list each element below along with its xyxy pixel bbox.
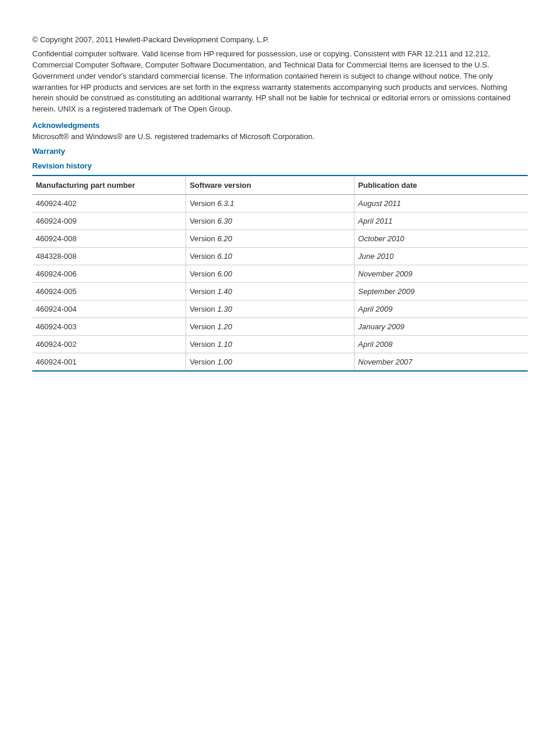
header-publication-date: Publication date	[355, 175, 528, 195]
version-number: 1.10	[217, 340, 232, 349]
cell-part-number: 484328-008	[32, 248, 186, 265]
cell-software-version: Version 1.30	[186, 301, 355, 318]
version-prefix: Version	[190, 287, 215, 296]
cell-part-number: 460924-009	[32, 212, 186, 230]
cell-software-version: Version 1.20	[186, 318, 355, 336]
cell-publication-date: January 2009	[355, 318, 528, 336]
cell-part-number: 460924-004	[32, 301, 186, 318]
version-number: 1.30	[217, 305, 232, 313]
cell-publication-date: April 2009	[355, 301, 528, 318]
table-header-row: Manufacturing part number Software versi…	[32, 175, 528, 195]
cell-software-version: Version 6.00	[186, 265, 355, 283]
version-number: 1.20	[217, 322, 232, 331]
version-prefix: Version	[190, 252, 215, 261]
table-row: 460924-009Version 6.30April 2011	[32, 212, 528, 230]
cell-publication-date: October 2010	[355, 230, 528, 248]
warranty-heading: Warranty	[32, 147, 528, 156]
table-row: 484328-008Version 6.10June 2010	[32, 248, 528, 265]
cell-software-version: Version 6.30	[186, 212, 355, 230]
header-part-number: Manufacturing part number	[32, 175, 186, 195]
table-row: 460924-006Version 6.00November 2009	[32, 265, 528, 283]
cell-part-number: 460924-008	[32, 230, 186, 248]
revision-history-heading: Revision history	[32, 161, 528, 170]
acknowledgments-heading: Acknowledgments	[32, 121, 528, 130]
cell-part-number: 460924-001	[32, 353, 186, 372]
cell-publication-date: June 2010	[355, 248, 528, 265]
cell-software-version: Version 1.10	[186, 336, 355, 353]
version-number: 6.00	[217, 269, 232, 278]
version-number: 6.20	[217, 234, 232, 243]
version-prefix: Version	[190, 269, 215, 278]
cell-part-number: 460924-002	[32, 336, 186, 353]
cell-part-number: 460924-005	[32, 283, 186, 301]
version-number: 6.3.1	[217, 199, 234, 208]
cell-publication-date: November 2009	[355, 265, 528, 283]
version-number: 1.40	[217, 287, 232, 296]
table-row: 460924-004Version 1.30April 2009	[32, 301, 528, 318]
table-row: 460924-005Version 1.40September 2009	[32, 283, 528, 301]
version-number: 6.30	[217, 217, 232, 225]
cell-software-version: Version 6.20	[186, 230, 355, 248]
copyright-notice: © Copyright 2007, 2011 Hewlett-Packard D…	[32, 35, 528, 44]
cell-software-version: Version 1.00	[186, 353, 355, 372]
version-prefix: Version	[190, 322, 215, 331]
table-row: 460924-002Version 1.10April 2008	[32, 336, 528, 353]
header-software-version: Software version	[186, 175, 355, 195]
revision-history-table: Manufacturing part number Software versi…	[32, 175, 528, 372]
cell-part-number: 460924-402	[32, 195, 186, 212]
version-prefix: Version	[190, 217, 215, 225]
table-row: 460924-003Version 1.20January 2009	[32, 318, 528, 336]
version-prefix: Version	[190, 340, 215, 349]
version-number: 1.00	[217, 357, 232, 366]
version-prefix: Version	[190, 305, 215, 313]
table-row: 460924-001Version 1.00November 2007	[32, 353, 528, 372]
version-prefix: Version	[190, 357, 215, 366]
cell-software-version: Version 6.10	[186, 248, 355, 265]
cell-publication-date: September 2009	[355, 283, 528, 301]
table-row: 460924-402Version 6.3.1August 2011	[32, 195, 528, 212]
legal-notice: Confidential computer software. Valid li…	[32, 49, 528, 115]
cell-software-version: Version 1.40	[186, 283, 355, 301]
cell-publication-date: April 2008	[355, 336, 528, 353]
cell-publication-date: April 2011	[355, 212, 528, 230]
cell-publication-date: August 2011	[355, 195, 528, 212]
version-prefix: Version	[190, 199, 215, 208]
cell-part-number: 460924-003	[32, 318, 186, 336]
cell-publication-date: November 2007	[355, 353, 528, 372]
cell-part-number: 460924-006	[32, 265, 186, 283]
table-row: 460924-008Version 6.20October 2010	[32, 230, 528, 248]
trademark-notice: Microsoft® and Windows® are U.S. registe…	[32, 132, 528, 141]
version-prefix: Version	[190, 234, 215, 243]
cell-software-version: Version 6.3.1	[186, 195, 355, 212]
version-number: 6.10	[217, 252, 232, 261]
